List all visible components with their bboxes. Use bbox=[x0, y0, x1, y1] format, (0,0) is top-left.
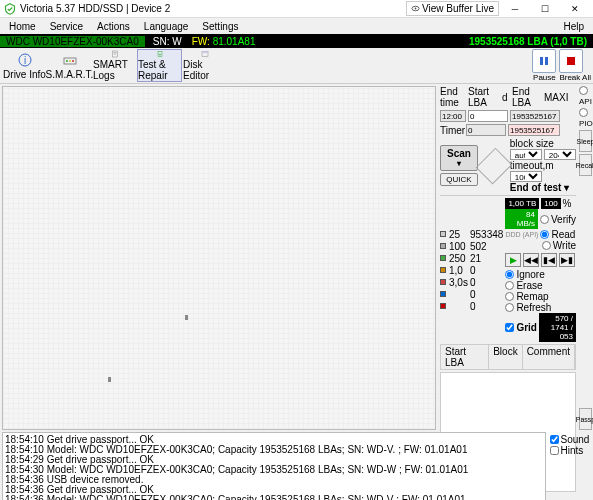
menu-bar: Home Service Actions Language Settings H… bbox=[0, 18, 593, 34]
title-bar: Victoria 5.37 HDD/SSD | Device 2 View Bu… bbox=[0, 0, 593, 18]
end-time-field bbox=[440, 110, 466, 122]
tab-smart-logs[interactable]: SMART Logs bbox=[92, 49, 137, 82]
speed-badge: 84 MB/s bbox=[505, 209, 538, 229]
menu-help[interactable]: Help bbox=[556, 19, 591, 34]
legend-row: 25021 bbox=[440, 253, 503, 264]
sleep-button[interactable]: Sleep bbox=[579, 130, 592, 152]
menu-settings[interactable]: Settings bbox=[195, 19, 245, 34]
break-button[interactable] bbox=[559, 49, 583, 73]
sound-checkbox[interactable] bbox=[550, 435, 559, 444]
side-buttons: API PIO Sleep Recall Passp bbox=[578, 84, 593, 432]
comment-header: Start LBABlockComment bbox=[440, 344, 576, 370]
timer-field bbox=[466, 124, 506, 136]
tab-smart[interactable]: S.M.A.R.T. bbox=[47, 49, 92, 82]
svg-point-5 bbox=[66, 60, 68, 62]
write-radio[interactable] bbox=[542, 241, 551, 250]
view-buffer-button[interactable]: View Buffer Live bbox=[406, 1, 499, 16]
step-fwd-button[interactable]: ▶▮ bbox=[559, 253, 575, 267]
legend-row: 100502 bbox=[440, 241, 503, 252]
svg-rect-16 bbox=[545, 57, 548, 65]
menu-actions[interactable]: Actions bbox=[90, 19, 137, 34]
remap-radio[interactable] bbox=[505, 292, 514, 301]
api-radio[interactable] bbox=[579, 86, 588, 95]
scan-grid bbox=[2, 86, 436, 430]
verify-radio[interactable] bbox=[540, 215, 549, 224]
toolbar: i Drive Info S.M.A.R.T. SMART Logs + Tes… bbox=[0, 48, 593, 84]
tab-test-repair[interactable]: + Test & Repair bbox=[137, 49, 182, 82]
svg-point-1 bbox=[415, 8, 417, 10]
legend-row: 25953348 bbox=[440, 229, 503, 240]
nav-diamond[interactable] bbox=[476, 147, 513, 184]
pause-button[interactable] bbox=[532, 49, 556, 73]
menu-service[interactable]: Service bbox=[43, 19, 90, 34]
prev-button[interactable]: ◀◀ bbox=[523, 253, 539, 267]
grid-checkbox[interactable] bbox=[505, 323, 514, 332]
refresh-radio[interactable] bbox=[505, 303, 514, 312]
close-button[interactable]: ✕ bbox=[561, 2, 589, 16]
editor-icon bbox=[197, 50, 213, 58]
svg-rect-15 bbox=[540, 57, 543, 65]
erase-radio[interactable] bbox=[505, 281, 514, 290]
legend-row: 1,00 bbox=[440, 265, 503, 276]
smart-icon bbox=[62, 52, 78, 68]
device-lba: 1953525168 LBA (1,0 TB) bbox=[463, 36, 593, 47]
maximize-button[interactable]: ☐ bbox=[531, 2, 559, 16]
log-panel[interactable]: 18:54:10 Get drive passport... OK18:54:1… bbox=[2, 432, 546, 500]
media-controls: ▶ ◀◀ ▮◀ ▶▮ bbox=[505, 253, 576, 267]
read-radio[interactable] bbox=[540, 230, 549, 239]
quick-button[interactable]: QUICK bbox=[440, 173, 478, 186]
svg-rect-14 bbox=[202, 52, 208, 54]
tab-drive-info[interactable]: i Drive Info bbox=[2, 49, 47, 82]
start-lba-input[interactable] bbox=[468, 110, 508, 122]
timer-end-input[interactable] bbox=[508, 124, 560, 136]
device-status-bar: WDC WD10EFZEX-00K3CA0 SN: W FW: 81.01A81… bbox=[0, 34, 593, 48]
passp-button[interactable]: Passp bbox=[579, 408, 592, 430]
test-icon: + bbox=[152, 50, 168, 58]
device-model: WDC WD10EFZEX-00K3CA0 bbox=[0, 36, 145, 47]
scan-button[interactable]: Scan ▾ bbox=[440, 145, 478, 171]
pio-radio[interactable] bbox=[579, 108, 588, 117]
legend-row: 0 bbox=[440, 289, 503, 300]
capacity-badge: 1,00 TB bbox=[505, 198, 539, 209]
app-icon bbox=[4, 3, 16, 15]
play-button[interactable]: ▶ bbox=[505, 253, 521, 267]
stop-icon bbox=[566, 56, 576, 66]
timing-legend: 25953348100502250211,003,0s000 bbox=[440, 228, 503, 313]
log-line: 18:54:36 Model: WDC WD10EFZEX-00K3CA0; C… bbox=[5, 495, 543, 500]
step-back-button[interactable]: ▮◀ bbox=[541, 253, 557, 267]
control-panel: End time Start LBA d End LBA MAXI Timer:… bbox=[438, 84, 578, 432]
eye-icon bbox=[411, 4, 420, 13]
device-sn: SN: W bbox=[145, 36, 190, 47]
end-lba-field bbox=[510, 110, 560, 122]
minimize-button[interactable]: ─ bbox=[501, 2, 529, 16]
timeout-select[interactable]: 10000 bbox=[510, 171, 542, 182]
svg-point-7 bbox=[72, 60, 74, 62]
window-title: Victoria 5.37 HDD/SSD | Device 2 bbox=[20, 3, 406, 14]
blocksize-select[interactable]: 2048 bbox=[544, 149, 576, 160]
svg-text:i: i bbox=[23, 55, 25, 66]
logs-icon bbox=[107, 50, 123, 58]
hints-checkbox[interactable] bbox=[550, 446, 559, 455]
svg-text:+: + bbox=[158, 51, 161, 57]
auto-select[interactable]: auto bbox=[510, 149, 542, 160]
legend-row: 0 bbox=[440, 301, 503, 312]
info-icon: i bbox=[17, 52, 33, 68]
tab-disk-editor[interactable]: Disk Editor bbox=[182, 49, 227, 82]
svg-rect-17 bbox=[567, 57, 575, 65]
menu-home[interactable]: Home bbox=[2, 19, 43, 34]
svg-point-6 bbox=[69, 60, 71, 62]
device-fw: 81.01A81 bbox=[213, 36, 256, 47]
menu-language[interactable]: Language bbox=[137, 19, 196, 34]
recall-button[interactable]: Recall bbox=[579, 154, 592, 176]
pause-icon bbox=[539, 56, 549, 66]
ignore-radio[interactable] bbox=[505, 270, 514, 279]
legend-row: 3,0s0 bbox=[440, 277, 503, 288]
